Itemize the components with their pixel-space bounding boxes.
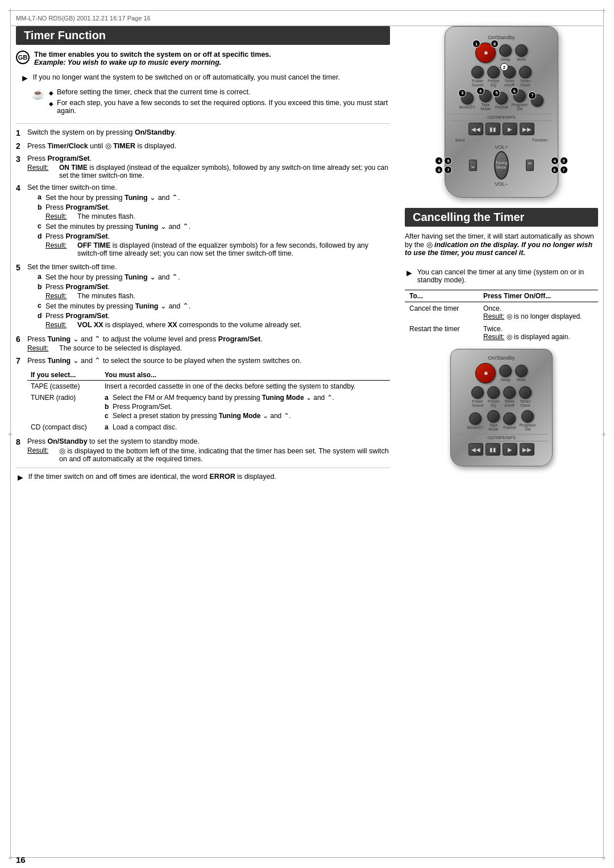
vol-down-button[interactable]: ⌄ bbox=[469, 160, 477, 171]
step-5d-label: d bbox=[38, 312, 45, 320]
table-row-cd: CD (compact disc) aLoad a compact disc. bbox=[27, 422, 390, 433]
result-label-8: Result: bbox=[27, 446, 56, 454]
small-preset-eq-btn[interactable] bbox=[487, 386, 500, 399]
remote-small-on-standby-label: On/Standby bbox=[455, 355, 547, 361]
step-4b-label: b bbox=[38, 203, 45, 211]
small-sleep-label: Sleep bbox=[500, 378, 511, 382]
small-play-btn[interactable]: ▶ bbox=[503, 443, 517, 456]
btn-col-mono-st: 3 Mono/ST. bbox=[459, 92, 476, 109]
cancel-result-label-2: Result: bbox=[483, 333, 504, 341]
sleep-button[interactable] bbox=[499, 44, 512, 57]
result-text-3: ON TIME is displayed (instead of the equ… bbox=[59, 164, 390, 180]
step-6-content: Press Tuning ⌄ and ⌃ to adjust the volum… bbox=[27, 335, 390, 352]
small-mono-st-btn[interactable] bbox=[469, 412, 482, 425]
left-column: Timer Function GB The timer enables you … bbox=[16, 26, 395, 852]
badge-6-vol-left: 6 bbox=[435, 166, 443, 174]
small-stop-btn[interactable]: ▮▮ bbox=[486, 443, 500, 456]
btn-col-power-sound: PowerSound bbox=[471, 66, 484, 87]
timer-onoff-button[interactable]: 2 bbox=[503, 66, 516, 78]
result-label-4b: Result: bbox=[45, 212, 74, 220]
small-repeat-btn[interactable] bbox=[503, 412, 516, 425]
small-mute-btn[interactable] bbox=[515, 365, 528, 377]
power-sound-button[interactable] bbox=[471, 66, 484, 78]
step-5d-content: Press Program/Set. Result: VOL XX is dis… bbox=[45, 312, 301, 329]
mono-st-button[interactable]: 3 bbox=[461, 92, 474, 105]
select-tape: TAPE (cassette) bbox=[27, 381, 101, 393]
table-row-tuner: TUNER (radio) aSelect the FM or AM frequ… bbox=[27, 392, 390, 422]
result-text-5b: The minutes flash. bbox=[77, 292, 135, 300]
must-tuner: aSelect the FM or AM frequency band by p… bbox=[101, 392, 390, 422]
result-text-4b: The minutes flash. bbox=[77, 212, 135, 220]
remote-row-2: PowerSound PresetEQ 2 Timeron/off bbox=[451, 66, 552, 87]
stop-button[interactable]: ▮▮ bbox=[486, 123, 500, 135]
badge-4-vol-right: 4 bbox=[551, 157, 559, 165]
step-4c: c Set the minutes by pressing Tuning ⌄ a… bbox=[38, 222, 390, 231]
small-timer-clock-btn[interactable] bbox=[519, 386, 532, 399]
table-row-tape: TAPE (cassette) Insert a recorded casset… bbox=[27, 381, 390, 393]
remote-small-row-1: ⏺ Sleep Mute bbox=[455, 363, 547, 383]
small-program-set-btn[interactable] bbox=[521, 410, 534, 423]
step-1: 1 Switch the system on by pressing On/St… bbox=[16, 128, 390, 137]
extra-row3-button[interactable]: 7 bbox=[531, 94, 544, 107]
band-label: Band bbox=[455, 138, 464, 142]
mute-button[interactable] bbox=[515, 44, 528, 57]
btn-col-program-set: 6 Program/Set bbox=[512, 90, 528, 111]
tape-mode-button[interactable]: 4 bbox=[479, 90, 492, 102]
cancel-to-2: Restart the timer bbox=[405, 323, 479, 343]
step-4d-content: Press Program/Set. Result: OFF TIME is d… bbox=[45, 232, 390, 257]
btn-col-extra-row3: 7 bbox=[531, 94, 544, 107]
result-label-4d: Result: bbox=[45, 241, 74, 249]
step-4a: a Set the hour by pressing Tuning ⌄ and … bbox=[38, 193, 390, 202]
arrow-icon: ► bbox=[20, 73, 30, 84]
program-set-button[interactable]: 6 bbox=[513, 90, 526, 102]
small-mono-st-label: Mono/ST. bbox=[467, 425, 484, 429]
step-7-content: Press Tuning ⌄ and ⌃ to select the sourc… bbox=[27, 356, 390, 365]
btn-col-timer-onoff: 2 Timeron/off bbox=[503, 66, 516, 87]
step-2-content: Press Timer/Clock until ◎ TIMER is displ… bbox=[27, 141, 390, 150]
badge-5-vol-left: 5 bbox=[444, 157, 452, 165]
small-power-sound-btn[interactable] bbox=[471, 386, 484, 399]
cancel-row-2: Restart the timer Twice. Result: ◎ is di… bbox=[405, 323, 598, 343]
badge-6-row3: 6 bbox=[511, 87, 518, 95]
small-power-sound-label: PowerSound bbox=[472, 399, 483, 407]
power-sound-label: PowerSound bbox=[472, 79, 483, 87]
step-5b-result: Result: The minutes flash. bbox=[45, 292, 135, 300]
tuning-mode-dial[interactable]: TuningMode bbox=[494, 151, 508, 180]
btn-col-timer-clock: Timer/Clock bbox=[519, 66, 532, 87]
vol-up-button[interactable]: ⌃ bbox=[526, 160, 534, 171]
step-5d-result: Result: VOL XX is displayed, where XX co… bbox=[45, 321, 301, 329]
small-prev-btn[interactable]: ◀◀ bbox=[468, 443, 483, 456]
on-standby-button[interactable]: 1 8 ⏺ bbox=[475, 43, 496, 63]
step-2-num: 2 bbox=[16, 141, 27, 151]
cancel-table: To... Press Timer On/Off... Cancel the t… bbox=[405, 290, 598, 343]
step-7-num: 7 bbox=[16, 356, 27, 365]
step-5a-text: Set the hour by pressing Tuning ⌄ and ⌃. bbox=[45, 273, 180, 281]
step-4-content: Set the timer switch-on time. a Set the … bbox=[27, 183, 390, 259]
step-8-num: 8 bbox=[16, 437, 27, 446]
step-6: 6 Press Tuning ⌄ and ⌃ to adjust the vol… bbox=[16, 335, 390, 352]
small-mute-label: Mute bbox=[517, 378, 526, 382]
diamond-icon-2: ◆ bbox=[49, 101, 53, 107]
cancel-result-label-1: Result: bbox=[483, 312, 504, 320]
repeat-button[interactable]: 5 bbox=[495, 92, 508, 105]
small-tape-mode-btn[interactable] bbox=[487, 410, 500, 423]
small-timer-onoff-btn[interactable] bbox=[503, 386, 516, 399]
small-sleep-btn[interactable] bbox=[499, 365, 512, 377]
timer-clock-button[interactable] bbox=[519, 66, 532, 78]
small-next-btn[interactable]: ▶▶ bbox=[520, 443, 534, 456]
badge-3: 3 bbox=[458, 89, 466, 97]
small-cd-tape-label: CD/TAPE/MP3 bbox=[455, 434, 547, 441]
small-on-standby-btn[interactable]: ⏺ bbox=[475, 363, 496, 383]
cancel-intro-block: After having set the timer, it will star… bbox=[405, 232, 598, 262]
step-2: 2 Press Timer/Clock until ◎ TIMER is dis… bbox=[16, 141, 390, 151]
function-label: Function bbox=[532, 138, 547, 142]
next-button[interactable]: ▶▶ bbox=[520, 123, 534, 135]
timer-clock-label: Timer/Clock bbox=[520, 79, 531, 87]
select-table: If you select... You must also... TAPE (… bbox=[27, 370, 390, 433]
preset-eq-button[interactable] bbox=[487, 66, 500, 78]
play-button[interactable]: ▶ bbox=[503, 123, 517, 135]
step-5b-label: b bbox=[38, 283, 45, 291]
small-repeat-label: Repeat bbox=[503, 425, 516, 429]
prev-button[interactable]: ◀◀ bbox=[468, 123, 483, 135]
cancel-table-header-press: Press Timer On/Off... bbox=[479, 290, 598, 302]
